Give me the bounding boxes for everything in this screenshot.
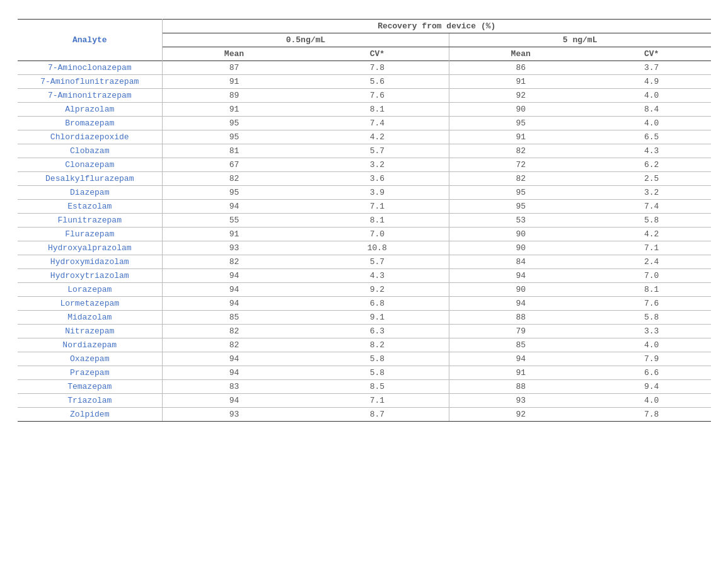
cv1-cell: 8.1: [306, 103, 449, 117]
table-row: 7-Aminoflunitrazepam 91 5.6 91 4.9: [18, 75, 711, 89]
mean2-cell: 92: [449, 408, 592, 422]
analyte-cell: Estazolam: [18, 200, 163, 214]
mean2-cell: 95: [449, 186, 592, 200]
mean1-cell: 82: [163, 325, 306, 338]
cv1-cell: 9.1: [306, 311, 449, 325]
analyte-cell: Midazolam: [18, 311, 163, 325]
mean2-cell: 95: [449, 200, 592, 214]
analyte-cell: Chlordiazepoxide: [18, 130, 163, 144]
analyte-cell: Diazepam: [18, 186, 163, 200]
mean1-cell: 82: [163, 338, 306, 352]
analyte-cell: Hydroxyalprazolam: [18, 241, 163, 255]
analyte-cell: Clonazepam: [18, 158, 163, 172]
mean1-cell: 94: [163, 366, 306, 380]
cv1-cell: 8.5: [306, 380, 449, 394]
mean1-cell: 89: [163, 89, 306, 103]
mean2-cell: 90: [449, 228, 592, 241]
analyte-header: Analyte: [18, 20, 163, 61]
cv2-cell: 3.3: [592, 325, 711, 338]
mean2-cell: 72: [449, 158, 592, 172]
col-mean-05: Mean: [163, 47, 306, 61]
cv1-cell: 3.2: [306, 158, 449, 172]
analyte-cell: Temazepam: [18, 380, 163, 394]
mean2-cell: 88: [449, 311, 592, 325]
cv1-cell: 8.1: [306, 214, 449, 228]
cv1-cell: 3.9: [306, 186, 449, 200]
analyte-cell: Flurazepam: [18, 228, 163, 241]
cv2-cell: 4.0: [592, 89, 711, 103]
table-row: Midazolam 85 9.1 88 5.8: [18, 311, 711, 325]
mean2-cell: 94: [449, 269, 592, 283]
cv1-cell: 7.8: [306, 61, 449, 75]
col-mean-5: Mean: [449, 47, 592, 61]
mean2-cell: 90: [449, 283, 592, 297]
mean1-cell: 83: [163, 380, 306, 394]
cv2-cell: 7.9: [592, 352, 711, 366]
table-row: Nordiazepam 82 8.2 85 4.0: [18, 338, 711, 352]
mean1-cell: 91: [163, 75, 306, 89]
cv2-cell: 7.0: [592, 269, 711, 283]
cv2-cell: 4.3: [592, 144, 711, 158]
analyte-cell: Prazepam: [18, 366, 163, 380]
analyte-cell: Hydroxymidazolam: [18, 255, 163, 269]
cv1-cell: 7.6: [306, 89, 449, 103]
mean1-cell: 82: [163, 172, 306, 186]
mean2-cell: 86: [449, 61, 592, 75]
cv1-cell: 7.4: [306, 117, 449, 130]
table-row: Alprazolam 91 8.1 90 8.4: [18, 103, 711, 117]
table-row: Lorazepam 94 9.2 90 8.1: [18, 283, 711, 297]
mean1-cell: 91: [163, 228, 306, 241]
cv2-cell: 6.2: [592, 158, 711, 172]
cv1-cell: 3.6: [306, 172, 449, 186]
cv2-cell: 6.5: [592, 130, 711, 144]
cv2-cell: 8.1: [592, 283, 711, 297]
mean1-cell: 95: [163, 186, 306, 200]
analyte-cell: Lorazepam: [18, 283, 163, 297]
cv2-cell: 8.4: [592, 103, 711, 117]
cv2-cell: 7.1: [592, 241, 711, 255]
mean1-cell: 94: [163, 394, 306, 408]
col-cv-5: CV*: [592, 47, 711, 61]
analyte-cell: 7-Aminoflunitrazepam: [18, 75, 163, 89]
cv1-cell: 7.1: [306, 394, 449, 408]
cv2-cell: 6.6: [592, 366, 711, 380]
mean2-cell: 85: [449, 338, 592, 352]
cv1-cell: 8.7: [306, 408, 449, 422]
mean2-cell: 94: [449, 352, 592, 366]
mean2-cell: 82: [449, 144, 592, 158]
cv2-cell: 3.2: [592, 186, 711, 200]
cv1-cell: 6.8: [306, 297, 449, 311]
mean2-cell: 95: [449, 117, 592, 130]
mean1-cell: 94: [163, 297, 306, 311]
group-5ng: 5 ng/mL: [449, 33, 710, 47]
table-row: Clobazam 81 5.7 82 4.3: [18, 144, 711, 158]
cv2-cell: 4.0: [592, 394, 711, 408]
mean1-cell: 94: [163, 269, 306, 283]
cv1-cell: 5.7: [306, 144, 449, 158]
mean1-cell: 85: [163, 311, 306, 325]
cv2-cell: 5.8: [592, 214, 711, 228]
cv1-cell: 7.0: [306, 228, 449, 241]
table-row: Prazepam 94 5.8 91 6.6: [18, 366, 711, 380]
table-row: Lormetazepam 94 6.8 94 7.6: [18, 297, 711, 311]
mean1-cell: 81: [163, 144, 306, 158]
cv1-cell: 8.2: [306, 338, 449, 352]
analyte-cell: Nordiazepam: [18, 338, 163, 352]
recovery-table: Analyte Recovery from device (%) 0.5ng/m…: [18, 19, 711, 422]
cv2-cell: 3.7: [592, 61, 711, 75]
table-row: Hydroxyalprazolam 93 10.8 90 7.1: [18, 241, 711, 255]
mean1-cell: 87: [163, 61, 306, 75]
mean2-cell: 91: [449, 366, 592, 380]
analyte-cell: Oxazepam: [18, 352, 163, 366]
table-row: Flurazepam 91 7.0 90 4.2: [18, 228, 711, 241]
cv2-cell: 2.5: [592, 172, 711, 186]
mean2-cell: 92: [449, 89, 592, 103]
analyte-cell: Flunitrazepam: [18, 214, 163, 228]
table-row: Flunitrazepam 55 8.1 53 5.8: [18, 214, 711, 228]
cv2-cell: 5.8: [592, 311, 711, 325]
group-05ng: 0.5ng/mL: [163, 33, 449, 47]
mean2-cell: 94: [449, 297, 592, 311]
col-cv-05: CV*: [306, 47, 449, 61]
cv2-cell: 4.9: [592, 75, 711, 89]
analyte-cell: Lormetazepam: [18, 297, 163, 311]
